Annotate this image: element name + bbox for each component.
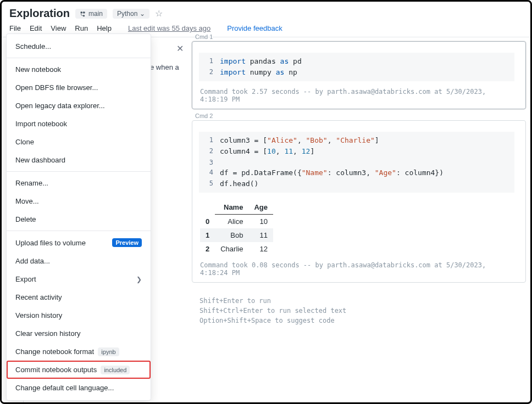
cell-1-status: Command took 2.57 seconds -- by parth.as…	[192, 87, 521, 103]
menu-file[interactable]: File	[9, 24, 21, 32]
menu-export[interactable]: Export ❯	[7, 270, 151, 288]
menu-recent-activity[interactable]: Recent activity	[7, 288, 151, 306]
menu-schedule[interactable]: Schedule...	[7, 37, 151, 55]
format-badge: ipynb	[98, 347, 119, 356]
commit-badge: included	[101, 366, 130, 374]
partial-background-text: e when a	[150, 62, 179, 73]
cell-1-label: Cmd 1	[192, 33, 526, 41]
file-menu-dropdown: Schedule... New notebook Open DBFS file …	[6, 33, 151, 401]
menu-change-format[interactable]: Change notebook format ipynb	[7, 343, 151, 361]
menu-commit-outputs[interactable]: Commit notebook outputs included	[7, 361, 151, 379]
cell-1-code[interactable]: 1import pandas as pd 2import numpy as np	[199, 53, 514, 81]
chevron-down-icon: ⌄	[140, 10, 145, 18]
menu-change-lang[interactable]: Change default cell language...	[7, 379, 151, 397]
menu-run[interactable]: Run	[75, 24, 88, 32]
feedback-link[interactable]: Provide feedback	[227, 24, 282, 32]
menu-upload-files[interactable]: Upload files to volume Preview	[7, 233, 151, 252]
last-edit-link[interactable]: Last edit was 55 days ago	[128, 24, 210, 32]
branch-label: main	[88, 10, 103, 18]
menu-import-notebook[interactable]: Import notebook	[7, 115, 151, 133]
menu-delete[interactable]: Delete	[7, 210, 151, 228]
preview-badge: Preview	[112, 238, 142, 247]
menu-clear-version[interactable]: Clear version history	[7, 324, 151, 343]
cell-2-code[interactable]: 1column3 = ["Alice", "Bob", "Charlie"] 2…	[199, 132, 514, 193]
cell-2-label: Cmd 2	[192, 113, 526, 120]
menu-new-notebook[interactable]: New notebook	[7, 60, 151, 78]
cell-2-status: Command took 0.08 seconds -- by parth.as…	[192, 260, 521, 277]
menu-edit[interactable]: Edit	[30, 24, 42, 32]
menu-open-legacy[interactable]: Open legacy data explorer...	[7, 97, 151, 115]
cell-1[interactable]: 1import pandas as pd 2import numpy as np…	[192, 41, 526, 109]
menu-rename[interactable]: Rename...	[7, 174, 151, 192]
star-icon[interactable]: ☆	[155, 8, 163, 19]
menu-add-data[interactable]: Add data...	[7, 252, 151, 270]
menu-view[interactable]: View	[51, 24, 66, 32]
menu-help[interactable]: Help	[97, 24, 112, 32]
language-chip[interactable]: Python ⌄	[113, 9, 149, 19]
dataframe-output: Name Age 0Alice10 1Bob11 2Charlie12	[200, 200, 273, 256]
branch-icon	[80, 10, 86, 17]
language-label: Python	[117, 10, 137, 18]
menu-version-history[interactable]: Version history	[7, 306, 151, 324]
menu-move[interactable]: Move...	[7, 192, 151, 210]
menu-open-dbfs[interactable]: Open DBFS file browser...	[7, 78, 151, 97]
notebook-title: Exploration	[9, 7, 70, 20]
branch-chip[interactable]: main	[75, 9, 107, 19]
menu-clone[interactable]: Clone	[7, 133, 151, 151]
cell-2[interactable]: 1column3 = ["Alice", "Bob", "Charlie"] 2…	[192, 120, 526, 283]
keyboard-hints: Shift+Enter to run Shift+Ctrl+Enter to r…	[192, 286, 526, 326]
menu-new-dashboard[interactable]: New dashboard	[7, 151, 151, 169]
chevron-right-icon: ❯	[136, 276, 142, 283]
close-icon[interactable]: ✕	[176, 43, 184, 54]
